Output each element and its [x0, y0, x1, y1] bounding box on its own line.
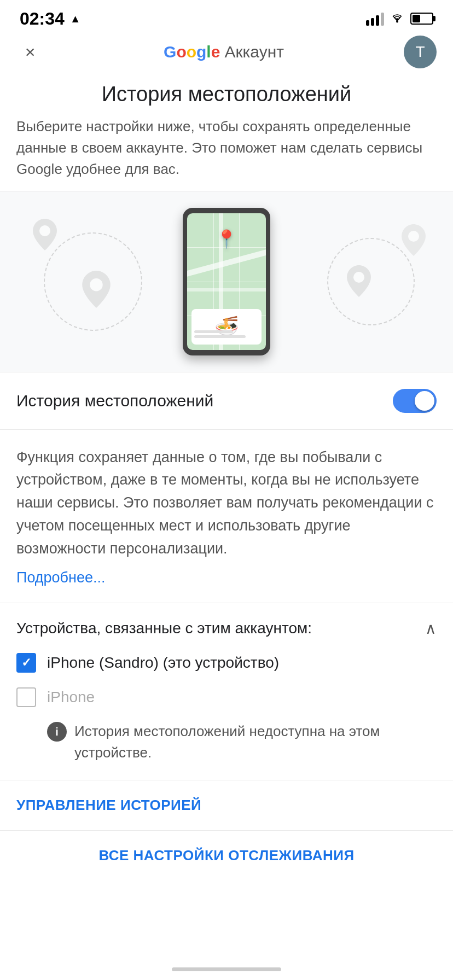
page-subtitle: Выберите настройки ниже, чтобы сохранять… [16, 116, 437, 180]
description-section: Функция сохраняет данные о том, где вы п… [0, 430, 453, 603]
svg-point-4 [408, 231, 419, 242]
signal-icon [366, 11, 384, 26]
chevron-up-icon[interactable]: ∧ [425, 620, 437, 638]
location-history-toggle[interactable] [393, 389, 437, 413]
toggle-section: История местоположений [0, 372, 453, 430]
device-info-block: i История местоположений недоступна на э… [47, 721, 437, 763]
status-time: 02:34 ▲ [20, 9, 81, 29]
user-avatar[interactable]: T [404, 36, 437, 68]
nav-title: Google Аккаунт [164, 43, 284, 61]
device-item-1: ✓ iPhone (Sandro) (это устройство) [16, 652, 437, 673]
svg-point-2 [90, 278, 102, 291]
nav-bar: × Google Аккаунт T [0, 33, 453, 77]
phone-device: 📍 🍜 [183, 208, 270, 355]
account-label: Аккаунт [224, 43, 284, 61]
location-pin-far-left [33, 219, 57, 250]
illustration-area: 📍 🍜 [0, 191, 453, 372]
toggle-knob [415, 391, 434, 411]
devices-title: Устройства, связанные с этим аккаунтом: [16, 620, 312, 637]
info-icon: i [47, 722, 67, 742]
manage-history-link[interactable]: УПРАВЛЕНИЕ ИСТОРИЕЙ [16, 797, 201, 813]
wifi-icon [390, 11, 405, 26]
description-text: Функция сохраняет данные о том, где вы п… [16, 446, 437, 561]
device-checkbox-1[interactable]: ✓ [16, 653, 36, 673]
toggle-label: История местоположений [16, 392, 213, 410]
device-name-1: iPhone (Sandro) (это устройство) [47, 652, 279, 673]
svg-point-1 [39, 225, 50, 236]
close-button[interactable]: × [16, 38, 44, 66]
status-icons [366, 11, 433, 26]
all-settings-section: ВСЕ НАСТРОЙКИ ОТСЛЕЖИВАНИЯ [0, 831, 453, 875]
svg-point-0 [396, 21, 398, 23]
map-pin-icon: 📍 [216, 229, 237, 249]
device-item-2: iPhone [16, 686, 437, 708]
home-indicator [172, 967, 281, 971]
location-pin-mid-right [347, 265, 371, 297]
location-pin-mid-left [82, 271, 111, 308]
info-text: История местоположений недоступна на это… [74, 721, 437, 763]
manage-history-section: УПРАВЛЕНИЕ ИСТОРИЕЙ [0, 780, 453, 831]
device-name-2: iPhone [47, 686, 95, 708]
phone-illustration: 📍 🍜 [11, 208, 442, 355]
status-bar: 02:34 ▲ [0, 0, 453, 33]
devices-header: Устройства, связанные с этим аккаунтом: … [16, 620, 437, 638]
page-header: История местоположений Выберите настройк… [0, 77, 453, 191]
google-logo: Google [164, 43, 220, 61]
time-label: 02:34 [20, 9, 65, 29]
learn-more-link[interactable]: Подробнее... [16, 569, 106, 586]
device-checkbox-2[interactable] [16, 687, 36, 707]
location-arrow-icon: ▲ [70, 13, 81, 25]
page-title: История местоположений [16, 82, 437, 107]
devices-section: Устройства, связанные с этим аккаунтом: … [0, 603, 453, 780]
battery-icon [410, 13, 433, 25]
svg-point-3 [353, 272, 364, 283]
map-card: 🍜 [191, 309, 262, 345]
phone-screen: 📍 🍜 [187, 213, 266, 350]
all-settings-link[interactable]: ВСЕ НАСТРОЙКИ ОТСЛЕЖИВАНИЯ [98, 847, 354, 864]
location-pin-far-right [402, 224, 426, 256]
